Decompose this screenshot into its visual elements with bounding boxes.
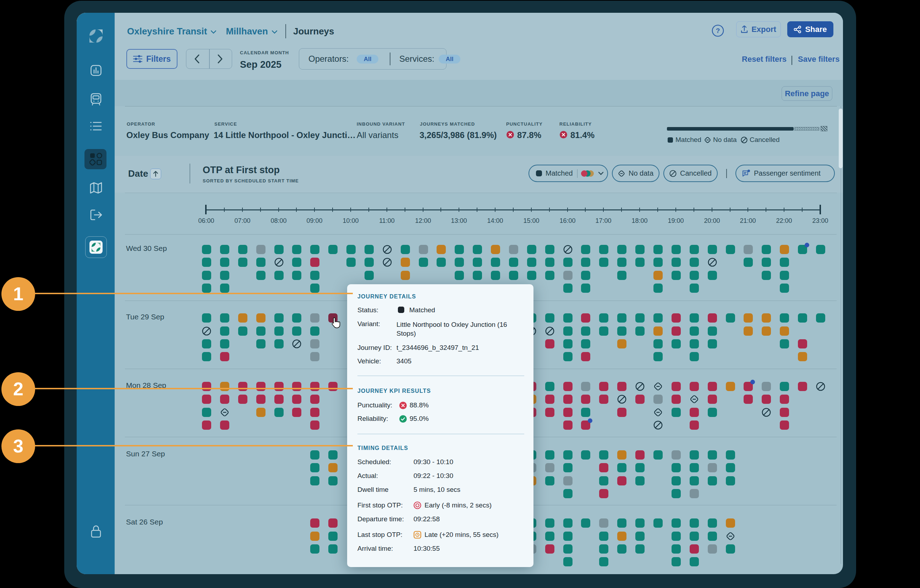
svg-text:?: ?	[716, 27, 720, 34]
